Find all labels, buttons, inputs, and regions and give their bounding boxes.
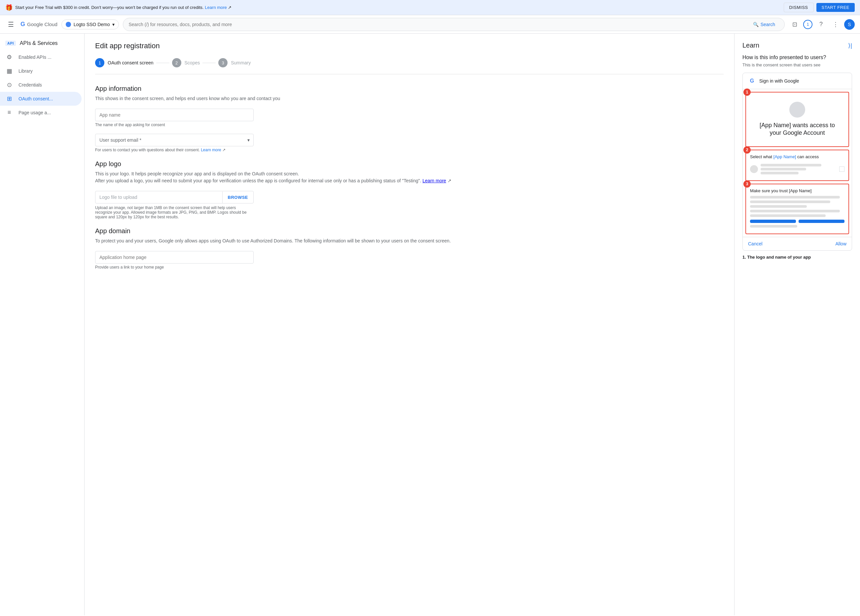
preview-line-6 bbox=[750, 225, 797, 228]
panel-how-title: How is this info presented to users? bbox=[742, 55, 852, 60]
preview-section-1: 1 [App Name] wants access to your Google… bbox=[745, 92, 849, 147]
logo-g-icon: G bbox=[20, 21, 25, 28]
search-icon: 🔍 bbox=[753, 22, 759, 27]
sidebar-header: API APIs & Services bbox=[0, 36, 84, 50]
credentials-icon: ⊙ bbox=[5, 81, 13, 88]
app-logo-desc: This is your logo. It helps people recog… bbox=[95, 170, 723, 184]
banner-text: Start your Free Trial with $300 in credi… bbox=[15, 5, 781, 10]
preview-allow-btn bbox=[799, 220, 844, 223]
preview-app-info: [App Name] wants access to your Google A… bbox=[750, 96, 844, 142]
app-name-hint: The name of the app asking for consent bbox=[95, 123, 723, 127]
email-group: User support email * ▾ For users to cont… bbox=[95, 134, 723, 152]
hamburger-icon[interactable]: ☰ bbox=[5, 18, 17, 31]
placeholder-checkbox bbox=[839, 167, 844, 172]
section-badge-2: 2 bbox=[744, 146, 751, 154]
page-title: Edit app registration bbox=[95, 42, 723, 50]
step-divider-1 bbox=[156, 63, 169, 63]
email-select-wrapper: User support email * ▾ bbox=[95, 134, 254, 146]
section-badge-1: 1 bbox=[744, 88, 751, 96]
project-name: Logto SSO Demo bbox=[74, 22, 110, 27]
preview-line-1 bbox=[750, 196, 840, 198]
sidebar-item-label: Library bbox=[19, 68, 33, 74]
step-1: 1 OAuth consent screen bbox=[95, 58, 154, 68]
logo-upload-placeholder: Logo file to upload bbox=[96, 191, 222, 203]
consent-footer: Cancel Allow bbox=[743, 237, 852, 250]
preview-placeholder-row bbox=[750, 162, 844, 176]
cancel-link[interactable]: Cancel bbox=[748, 241, 763, 247]
step-3-circle: 3 bbox=[218, 58, 228, 68]
app-domain-desc: To protect you and your users, Google on… bbox=[95, 237, 723, 244]
more-icon[interactable]: ⋮ bbox=[830, 19, 841, 30]
sidebar-title: APIs & Services bbox=[20, 40, 58, 46]
preview-line-2 bbox=[750, 201, 830, 203]
panel-title: Learn bbox=[742, 42, 759, 49]
preview-section-3-content bbox=[750, 196, 844, 228]
preview-cancel-btn bbox=[750, 220, 796, 223]
step-1-label: OAuth consent screen bbox=[108, 60, 154, 65]
terminal-icon[interactable]: ⊡ bbox=[789, 19, 800, 30]
make-sure-label: Make sure you trust [App Name] bbox=[750, 188, 844, 193]
home-page-input[interactable] bbox=[95, 251, 254, 264]
email-select[interactable]: User support email * bbox=[95, 134, 254, 146]
home-page-hint: Provide users a link to your home page bbox=[95, 265, 723, 270]
api-badge: API bbox=[5, 41, 16, 46]
learn-more-link[interactable]: Learn more bbox=[205, 5, 226, 10]
sidebar-item-library[interactable]: ▦ Library bbox=[0, 64, 82, 78]
sidebar-item-page-usage[interactable]: ≡ Page usage a... bbox=[0, 106, 82, 119]
app-info-desc: This shows in the consent screen, and he… bbox=[95, 95, 723, 102]
email-learn-more-link[interactable]: Learn more bbox=[201, 148, 221, 152]
search-bar: 🔍 Search bbox=[123, 18, 785, 31]
sidebar-item-label: Page usage a... bbox=[19, 110, 51, 115]
preview-buttons bbox=[750, 220, 844, 223]
sidebar: API APIs & Services ⚙ Enabled APIs ... ▦… bbox=[0, 34, 85, 615]
consent-preview: G Sign in with Google 1 [App Name] wants… bbox=[742, 73, 852, 251]
app-name-link-2[interactable]: [App Name] bbox=[774, 154, 796, 159]
top-nav: ☰ G Google Cloud Logto SSO Demo ▾ 🔍 Sear… bbox=[0, 15, 860, 34]
logo-upload-hint: Upload an image, not larger than 1MB on … bbox=[95, 206, 254, 219]
logo-upload-group: Logo file to upload BROWSE Upload an ima… bbox=[95, 191, 723, 219]
preview-app-title: [App Name] wants access to your Google A… bbox=[755, 121, 839, 137]
app-logo-section: App logo This is your logo. It helps peo… bbox=[95, 160, 723, 219]
app-name-input[interactable] bbox=[95, 108, 254, 121]
logo-learn-more-link[interactable]: Learn more bbox=[422, 178, 446, 183]
placeholder-line-2 bbox=[761, 168, 806, 170]
avatar[interactable]: S bbox=[844, 19, 855, 30]
sidebar-item-credentials[interactable]: ⊙ Credentials bbox=[0, 78, 82, 92]
start-free-button[interactable]: START FREE bbox=[816, 3, 855, 12]
home-page-group: Provide users a link to your home page bbox=[95, 251, 723, 270]
notification-badge[interactable]: 1 bbox=[803, 20, 813, 29]
preview-avatar bbox=[789, 102, 805, 118]
app-domain-title: App domain bbox=[95, 227, 723, 235]
browse-button[interactable]: BROWSE bbox=[222, 192, 254, 203]
step-1-circle: 1 bbox=[95, 58, 104, 68]
nav-icons: ⊡ 1 ? ⋮ S bbox=[789, 19, 855, 30]
sidebar-item-enabled-apis[interactable]: ⚙ Enabled APIs ... bbox=[0, 50, 82, 64]
top-banner: 🎁 Start your Free Trial with $300 in cre… bbox=[0, 0, 860, 15]
google-cloud-logo[interactable]: G Google Cloud bbox=[20, 21, 58, 28]
panel-how-desc: This is the consent screen that users se… bbox=[742, 63, 852, 68]
app-logo-title: App logo bbox=[95, 160, 723, 168]
oauth-icon: ⊞ bbox=[5, 95, 13, 102]
sidebar-item-label: OAuth consent... bbox=[19, 96, 53, 101]
gift-icon: 🎁 bbox=[5, 4, 13, 11]
panel-header: Learn ⟩| bbox=[742, 42, 852, 49]
app-info-title: App information bbox=[95, 85, 723, 93]
project-selector[interactable]: Logto SSO Demo ▾ bbox=[61, 19, 119, 29]
project-dot-icon bbox=[66, 22, 71, 27]
preview-line-3 bbox=[750, 205, 807, 208]
help-icon[interactable]: ? bbox=[815, 19, 827, 30]
chevron-down-icon: ▾ bbox=[112, 22, 115, 27]
main-layout: API APIs & Services ⚙ Enabled APIs ... ▦… bbox=[0, 34, 860, 615]
search-input[interactable] bbox=[129, 22, 746, 27]
sidebar-item-oauth-consent[interactable]: ⊞ OAuth consent... bbox=[0, 92, 82, 106]
dismiss-button[interactable]: DISMISS bbox=[784, 3, 814, 12]
panel-toggle-icon[interactable]: ⟩| bbox=[848, 42, 852, 49]
placeholder-line-1 bbox=[761, 164, 821, 167]
allow-link[interactable]: Allow bbox=[836, 241, 846, 247]
logo-label: Google Cloud bbox=[27, 22, 58, 27]
section-badge-3: 3 bbox=[744, 180, 751, 188]
search-button[interactable]: 🔍 Search bbox=[749, 20, 779, 29]
step-2-label: Scopes bbox=[185, 60, 200, 65]
step-3-label: Summary bbox=[231, 60, 251, 65]
main-content: Edit app registration 1 OAuth consent sc… bbox=[85, 34, 734, 615]
